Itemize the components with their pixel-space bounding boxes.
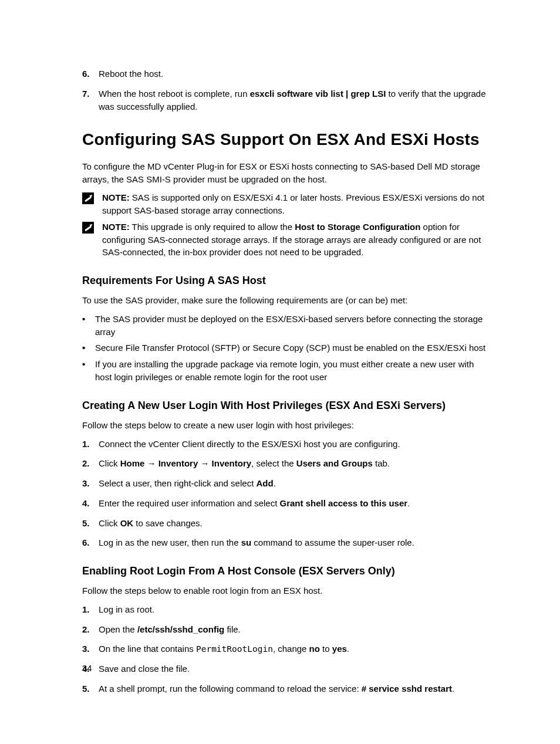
text-fragment: Open the: [99, 624, 137, 634]
step-number: 5.: [82, 682, 99, 695]
note-label: NOTE:: [102, 222, 130, 232]
step-text: When the host reboot is complete, run es…: [99, 87, 492, 113]
step-number: 4.: [82, 497, 99, 510]
text-fragment: On the line that contains: [99, 644, 196, 654]
text-fragment: When the host reboot is complete, run: [99, 89, 250, 99]
text-fragment: command to assume the super-user role.: [251, 537, 414, 547]
step-text: Save and close the file.: [99, 662, 492, 675]
command-text: esxcli software vib list | grep LSI: [250, 89, 386, 99]
note-block-2: NOTE: This upgrade is only required to a…: [82, 221, 492, 259]
step-number: 6.: [82, 67, 99, 80]
intro-paragraph: To configure the MD vCenter Plug-in for …: [82, 160, 492, 186]
step-2: 2. Click Home → Inventory → Inventory, s…: [82, 457, 492, 470]
arrow: →: [144, 458, 158, 468]
step-number: 6.: [82, 536, 99, 549]
note-body: SAS is supported only on ESX/ESXi 4.1 or…: [102, 192, 484, 215]
item-text: If you are installing the upgrade packag…: [95, 358, 492, 384]
page-number: 34: [82, 662, 92, 675]
enable-root-steps: 1. Log in as root. 2. Open the /etc/ssh/…: [82, 603, 492, 695]
step-text: Open the /etc/ssh/sshd_config file.: [99, 623, 492, 636]
list-item: •If you are installing the upgrade packa…: [82, 358, 492, 384]
item-text: Secure File Transfer Protocol (SFTP) or …: [95, 341, 492, 354]
ui-label: Inventory: [158, 458, 198, 468]
bold-term: Host to Storage Configuration: [295, 222, 420, 232]
text-fragment: .: [347, 644, 349, 654]
heading-enable-root: Enabling Root Login From A Host Console …: [82, 563, 492, 579]
text-fragment: to: [320, 644, 332, 654]
step-number: 2.: [82, 623, 99, 636]
text-fragment: , change: [273, 644, 309, 654]
step-2: 2. Open the /etc/ssh/sshd_config file.: [82, 623, 492, 636]
step-4: 4. Enter the required user information a…: [82, 497, 492, 510]
step-text: At a shell prompt, run the following com…: [99, 682, 492, 695]
step-5: 5. At a shell prompt, run the following …: [82, 682, 492, 695]
command-text: # service sshd restart: [362, 684, 452, 694]
step-number: 3.: [82, 642, 99, 655]
note-icon: [82, 222, 94, 234]
text-fragment: tab.: [373, 458, 390, 468]
step-text: Connect the vCenter Client directly to t…: [99, 438, 492, 451]
ui-label: Users and Groups: [296, 458, 373, 468]
text-fragment: to save changes.: [133, 518, 203, 528]
create-intro: Follow the steps below to create a new u…: [82, 419, 492, 432]
requirements-list: •The SAS provider must be deployed on th…: [82, 313, 492, 384]
bullet-icon: •: [82, 358, 95, 370]
command-text: su: [241, 537, 252, 547]
text-fragment: This upgrade is only required to allow t…: [130, 222, 295, 232]
note-text: NOTE: This upgrade is only required to a…: [102, 221, 492, 259]
step-text: Enter the required user information and …: [99, 497, 492, 510]
heading-create-user: Creating A New User Login With Host Priv…: [82, 398, 492, 413]
ui-label: Inventory: [212, 458, 252, 468]
step-6: 6. Reboot the host.: [82, 67, 492, 80]
step-number: 1.: [82, 603, 99, 616]
text-fragment: Click: [99, 518, 120, 528]
step-number: 3.: [82, 477, 99, 490]
step-number: 5.: [82, 517, 99, 530]
step-5: 5. Click OK to save changes.: [82, 517, 492, 530]
ui-label: Grant shell access to this user: [280, 498, 408, 508]
text-fragment: Click: [99, 458, 120, 468]
requirements-intro: To use the SAS provider, make sure the f…: [82, 294, 492, 307]
text-fragment: .: [274, 478, 276, 488]
step-text: Log in as the new user, then run the su …: [99, 536, 492, 549]
text-fragment: .: [407, 498, 410, 508]
ui-label: OK: [120, 518, 134, 528]
step-text: Reboot the host.: [99, 67, 492, 80]
step-text: On the line that contains PermitRootLogi…: [99, 642, 492, 655]
text-fragment: Enter the required user information and …: [99, 498, 280, 508]
step-number: 2.: [82, 457, 99, 470]
document-page: 6. Reboot the host. 7. When the host reb…: [0, 0, 560, 744]
config-key: PermitRootLogin: [196, 644, 273, 654]
create-user-steps: 1. Connect the vCenter Client directly t…: [82, 438, 492, 550]
step-text: Click Home → Inventory → Inventory, sele…: [99, 457, 492, 470]
top-continued-steps: 6. Reboot the host. 7. When the host reb…: [82, 67, 492, 113]
step-1: 1. Connect the vCenter Client directly t…: [82, 438, 492, 451]
step-4: 4. Save and close the file.: [82, 662, 492, 675]
step-text: Click OK to save changes.: [99, 517, 492, 530]
step-number: 7.: [82, 87, 99, 100]
note-icon: [82, 192, 94, 204]
text-fragment: file.: [224, 624, 241, 634]
step-number: 1.: [82, 438, 99, 451]
bullet-icon: •: [82, 341, 95, 354]
bullet-icon: •: [82, 313, 95, 325]
text-fragment: Log in as the new user, then run the: [99, 537, 241, 547]
step-6: 6. Log in as the new user, then run the …: [82, 536, 492, 549]
step-3: 3. Select a user, then right-click and s…: [82, 477, 492, 490]
ui-label: Add: [256, 478, 273, 488]
text-fragment: , select the: [251, 458, 296, 468]
note-text: NOTE: SAS is supported only on ESX/ESXi …: [102, 191, 492, 217]
step-1: 1. Log in as root.: [82, 603, 492, 616]
text-fragment: .: [452, 684, 454, 694]
item-text: The SAS provider must be deployed on the…: [95, 313, 492, 339]
value-no: no: [309, 644, 320, 654]
step-3: 3. On the line that contains PermitRootL…: [82, 642, 492, 655]
list-item: •Secure File Transfer Protocol (SFTP) or…: [82, 341, 492, 354]
step-text: Select a user, then right-click and sele…: [99, 477, 492, 490]
list-item: •The SAS provider must be deployed on th…: [82, 313, 492, 339]
value-yes: yes: [332, 644, 347, 654]
root-intro: Follow the steps below to enable root lo…: [82, 584, 492, 597]
note-label: NOTE:: [102, 192, 130, 202]
text-fragment: Select a user, then right-click and sele…: [99, 478, 256, 488]
ui-label: Home: [120, 458, 145, 468]
